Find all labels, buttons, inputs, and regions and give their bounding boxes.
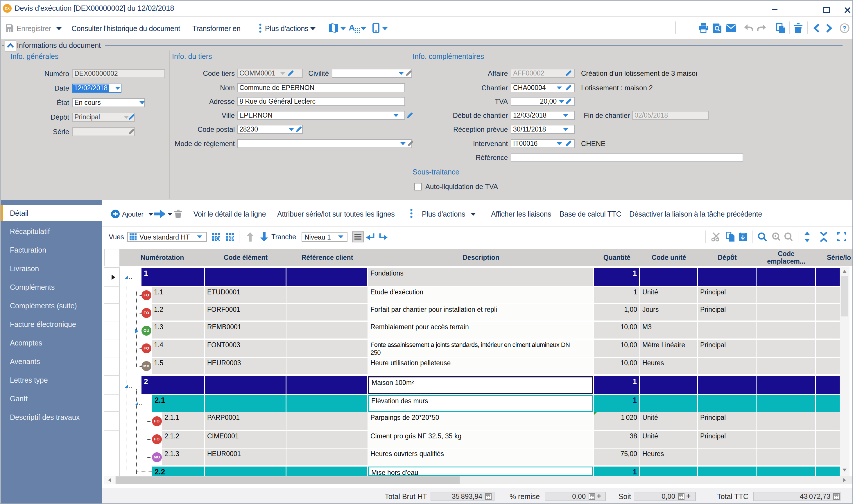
svg-text:?: ? xyxy=(842,25,846,32)
